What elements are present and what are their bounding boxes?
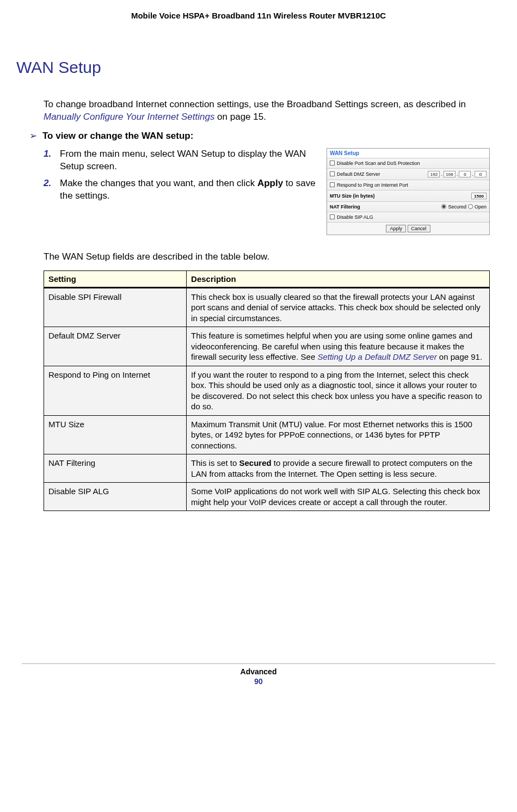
table-row: Respond to Ping on Internet If you want … bbox=[44, 366, 490, 415]
step-2: 2. Make the changes that you want, and t… bbox=[60, 177, 316, 202]
header-description: Description bbox=[187, 270, 490, 287]
wan-setup-screenshot: WAN Setup Disable Port Scan and DoS Prot… bbox=[327, 148, 490, 235]
ip-octet-2[interactable]: 168 bbox=[444, 171, 456, 177]
table-row: MTU Size Maximum Transmit Unit (MTU) val… bbox=[44, 415, 490, 454]
screenshot-row-dmz: Default DMZ Server 192. 168. 0. 0 bbox=[327, 168, 489, 180]
desc-bold: Secured bbox=[239, 458, 271, 467]
cell-description: This feature is sometimes helpful when y… bbox=[187, 327, 490, 366]
step-text-bold: Apply bbox=[257, 178, 283, 188]
cell-setting: NAT Filtering bbox=[44, 454, 187, 483]
desc-after: on page 91. bbox=[437, 352, 482, 361]
ip-octet-1[interactable]: 192 bbox=[428, 171, 440, 177]
table-row: Disable SPI Firewall This check box is u… bbox=[44, 287, 490, 327]
ip-octet-3[interactable]: 0 bbox=[459, 171, 471, 177]
section-title: WAN Setup bbox=[16, 58, 495, 77]
steps-column: 1. From the main menu, select WAN Setup … bbox=[44, 148, 316, 235]
cell-description: Some VoIP applications do not work well … bbox=[187, 483, 490, 511]
procedure-heading: To view or change the WAN setup: bbox=[44, 130, 490, 142]
cancel-button[interactable]: Cancel bbox=[408, 225, 430, 232]
checkbox-icon[interactable] bbox=[330, 161, 335, 165]
screenshot-title: WAN Setup bbox=[327, 149, 489, 158]
radio-secured[interactable] bbox=[441, 204, 446, 209]
nat-radio-group: Secured Open bbox=[441, 204, 487, 210]
steps-and-screenshot: 1. From the main menu, select WAN Setup … bbox=[44, 148, 490, 235]
wan-settings-table: Setting Description Disable SPI Firewall… bbox=[44, 270, 490, 512]
cell-setting: Disable SPI Firewall bbox=[44, 287, 187, 327]
screenshot-row-disable-port-scan: Disable Port Scan and DoS Protection bbox=[327, 158, 489, 168]
ip-input-group: 192. 168. 0. 0 bbox=[428, 171, 487, 177]
table-intro: The WAN Setup fields are described in th… bbox=[44, 251, 490, 262]
screenshot-button-row: Apply Cancel bbox=[327, 222, 489, 235]
checkbox-icon[interactable] bbox=[330, 182, 335, 187]
step-1: 1. From the main menu, select WAN Setup … bbox=[60, 148, 316, 173]
row-label: Respond to Ping on Internet Port bbox=[337, 182, 408, 188]
screenshot-row-nat: NAT Filtering Secured Open bbox=[327, 201, 489, 212]
row-label: Disable SIP ALG bbox=[337, 214, 373, 220]
step-text-before: Make the changes that you want, and then… bbox=[60, 178, 257, 188]
screenshot-row-sip-alg: Disable SIP ALG bbox=[327, 212, 489, 222]
cell-description: Maximum Transmit Unit (MTU) value. For m… bbox=[187, 415, 490, 454]
screenshot-row-mtu: MTU Size (in bytes) 1500 bbox=[327, 190, 489, 201]
cell-setting: Default DMZ Server bbox=[44, 327, 187, 366]
row-label: Disable Port Scan and DoS Protection bbox=[337, 161, 420, 166]
cell-setting: Respond to Ping on Internet bbox=[44, 366, 187, 415]
step-number: 1. bbox=[44, 148, 51, 161]
table-row: Disable SIP ALG Some VoIP applications d… bbox=[44, 483, 490, 511]
intro-paragraph: To change broadband Internet connection … bbox=[44, 99, 490, 124]
body-content: To change broadband Internet connection … bbox=[44, 99, 490, 511]
radio-open[interactable] bbox=[468, 204, 473, 209]
mtu-input[interactable]: 1500 bbox=[471, 193, 487, 199]
intro-text-prefix: To change broadband Internet connection … bbox=[44, 99, 466, 109]
screenshot-row-respond-ping: Respond to Ping on Internet Port bbox=[327, 180, 489, 190]
page-footer: Advanced 90 bbox=[22, 663, 495, 686]
table-row: Default DMZ Server This feature is somet… bbox=[44, 327, 490, 366]
checkbox-icon[interactable] bbox=[330, 214, 335, 219]
row-label: Default DMZ Server bbox=[337, 171, 380, 177]
step-number: 2. bbox=[44, 177, 51, 190]
intro-link[interactable]: Manually Configure Your Internet Setting… bbox=[44, 112, 214, 122]
desc-before: This is set to bbox=[191, 458, 239, 467]
desc-link[interactable]: Setting Up a Default DMZ Server bbox=[317, 352, 436, 361]
cell-description: If you want the router to respond to a p… bbox=[187, 366, 490, 415]
cell-setting: MTU Size bbox=[44, 415, 187, 454]
steps-list: 1. From the main menu, select WAN Setup … bbox=[44, 148, 316, 202]
table-row: NAT Filtering This is set to Secured to … bbox=[44, 454, 490, 483]
cell-description: This check box is usually cleared so tha… bbox=[187, 287, 490, 327]
table-header-row: Setting Description bbox=[44, 270, 490, 287]
apply-button[interactable]: Apply bbox=[386, 225, 406, 232]
cell-description: This is set to Secured to provide a secu… bbox=[187, 454, 490, 483]
footer-page-number: 90 bbox=[22, 677, 495, 686]
document-title: Mobile Voice HSPA+ Broadband 11n Wireles… bbox=[131, 11, 386, 20]
radio-secured-label: Secured bbox=[448, 204, 466, 210]
row-label: MTU Size (in bytes) bbox=[330, 193, 375, 199]
row-label: NAT Filtering bbox=[330, 204, 360, 210]
document-header: Mobile Voice HSPA+ Broadband 11n Wireles… bbox=[22, 11, 495, 20]
intro-text-suffix: on page 15. bbox=[214, 112, 266, 122]
checkbox-icon[interactable] bbox=[330, 171, 335, 176]
radio-open-label: Open bbox=[475, 204, 487, 210]
footer-section: Advanced bbox=[22, 667, 495, 676]
cell-setting: Disable SIP ALG bbox=[44, 483, 187, 511]
header-setting: Setting bbox=[44, 270, 187, 287]
ip-octet-4[interactable]: 0 bbox=[475, 171, 487, 177]
step-text: From the main menu, select WAN Setup to … bbox=[60, 149, 306, 171]
